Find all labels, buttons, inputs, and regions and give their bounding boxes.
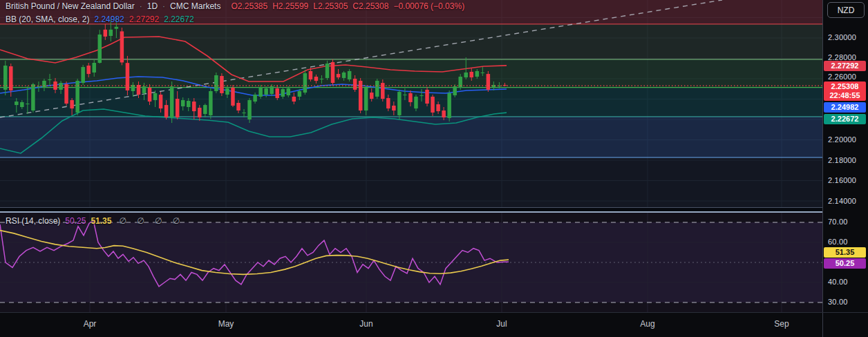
price-level-label: 2.24982: [824, 102, 866, 113]
month-label-jun: Jun: [359, 319, 372, 329]
interval-label: 1D: [147, 1, 158, 11]
rsi-tick-label: 40.00: [828, 278, 848, 286]
bb-label: BB (20, SMA, close, 2): [6, 15, 89, 24]
rsi-empty-values: ∅ ∅ ∅ ∅: [119, 216, 184, 226]
symbol-title: British Pound / New Zealand Dollar: [6, 1, 135, 11]
month-label-aug: Aug: [640, 319, 654, 329]
rsi-ma-value: 51.35: [91, 216, 111, 226]
ohlc-close: C2.25308: [352, 1, 388, 11]
month-label-sep: Sep: [774, 319, 789, 329]
rsi-tick-label: 60.00: [828, 238, 848, 246]
rsi-legend[interactable]: RSI (14, close) 50.25 51.35 ∅ ∅ ∅ ∅: [6, 216, 184, 226]
price-chart-canvas[interactable]: [0, 0, 822, 207]
month-label-jul: Jul: [496, 319, 507, 329]
trading-chart-app: British Pound / New Zealand Dollar · 1D …: [0, 0, 868, 337]
rsi-level-label: 50.25: [824, 258, 866, 269]
price-tick-label: 2.16000: [828, 176, 856, 184]
rsi-chart-canvas[interactable]: [0, 213, 822, 312]
price-tick-label: 2.18000: [828, 156, 856, 164]
ohlc-high: H2.25599: [272, 1, 308, 11]
bb-legend[interactable]: BB (20, SMA, close, 2) 2.24982 2.27292 2…: [6, 15, 194, 24]
legend-separator: ·: [162, 1, 165, 11]
price-tick-label: 2.30000: [828, 33, 856, 41]
legend-separator: ·: [140, 1, 142, 11]
price-level-label: 2.22672: [824, 114, 866, 124]
change-value: −0.00076 (−0.03%): [393, 1, 464, 11]
month-label-may: May: [218, 319, 234, 329]
currency-toggle-button[interactable]: NZD: [827, 2, 865, 18]
bb-lower-value: 2.22672: [164, 15, 194, 24]
price-tick-label: 2.26000: [828, 73, 856, 81]
bb-upper-value: 2.27292: [129, 15, 159, 24]
bb-basis-value: 2.24982: [94, 15, 124, 24]
price-tick-label: 2.14000: [828, 197, 856, 205]
ohlc-open: O2.25385: [231, 1, 267, 11]
rsi-pane[interactable]: [0, 213, 822, 312]
ohlc-low: L2.25305: [313, 1, 348, 11]
price-level-label: 2.27292: [824, 61, 866, 71]
rsi-tick-label: 70.00: [828, 218, 848, 226]
price-pane[interactable]: [0, 0, 822, 207]
price-axis[interactable]: NZD 2.300002.280002.260002.200002.180002…: [822, 0, 868, 312]
rsi-label: RSI (14, close): [6, 216, 60, 226]
symbol-legend[interactable]: British Pound / New Zealand Dollar · 1D …: [6, 1, 464, 11]
rsi-level-label: 51.35: [824, 247, 866, 258]
month-label-apr: Apr: [84, 319, 97, 329]
price-level-label: 2.2530822:48:55: [824, 81, 866, 101]
time-axis[interactable]: AprMayJunJulAugSep: [0, 312, 868, 337]
rsi-tick-label: 30.00: [828, 298, 848, 306]
exchange-label: CMC Markets: [170, 1, 220, 11]
rsi-value: 50.25: [65, 216, 86, 226]
axis-corner-divider: [822, 313, 823, 337]
pane-separator[interactable]: [0, 207, 868, 213]
price-tick-label: 2.20000: [828, 135, 856, 144]
